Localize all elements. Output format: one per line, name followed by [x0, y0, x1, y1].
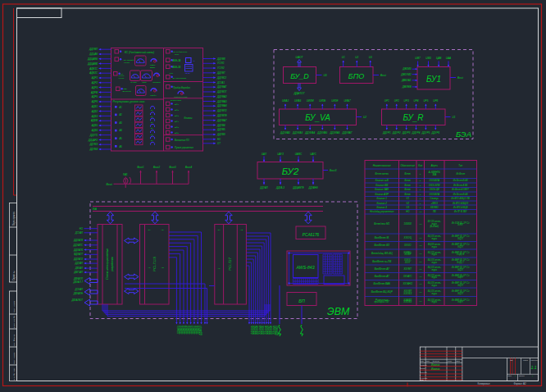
- svg-text:ДДУАЛ10: ДДУАЛ10: [199, 325, 202, 335]
- svg-text:ДДУВМ9: ДДУВМ9: [273, 325, 276, 335]
- svg-text:Вход3: Вход3: [330, 169, 337, 172]
- svg-text:б-: б-: [420, 189, 421, 191]
- svg-text:Из Вент: Из Вент: [456, 172, 466, 175]
- svg-text:9 ЦУГ: 9 ЦУГ: [457, 245, 464, 248]
- svg-text:А1: А1: [119, 106, 123, 109]
- svg-text:ДДУР3: ДДУР3: [402, 131, 411, 134]
- svg-text:А6: А6: [119, 145, 123, 148]
- svg-text:ДВ6УА1: ДВ6УА1: [401, 79, 412, 82]
- svg-text:UР3: UР3: [404, 99, 409, 103]
- svg-text:ДДУВМ4: ДДУВМ4: [259, 325, 262, 335]
- svg-text:ДДЦАМВ: ДДЦАМВ: [87, 62, 98, 66]
- svg-text:слив: слив: [170, 72, 173, 74]
- svg-text:ДВУАЛЮТ: ДВУАЛЮТ: [71, 299, 83, 302]
- svg-text:ХХУАТС: ХХУАТС: [403, 275, 413, 278]
- svg-text:ХГ: ХГ: [418, 283, 422, 285]
- svg-text:ДДУМА2: ДДУМА2: [216, 95, 227, 98]
- svg-text:№ докум.: № докум.: [433, 360, 440, 362]
- svg-text:ДДУМ5: ДДУМ5: [216, 128, 225, 131]
- svg-text:Клапан №В: Клапан №В: [375, 179, 389, 182]
- svg-text:БУ2: БУ2: [282, 166, 299, 176]
- svg-text:UР2: UР2: [394, 99, 399, 103]
- svg-text:UИА7: UИА7: [344, 99, 351, 103]
- svg-text:Клапан АЗР: Клапан АЗР: [375, 193, 389, 196]
- svg-text:ДДУМАТ: ДДУМАТ: [216, 85, 227, 89]
- svg-text:Т.контр.: Т.контр.: [421, 371, 428, 373]
- svg-text:отправка: отправка: [153, 81, 162, 83]
- svg-text:ХГ: ХГ: [418, 211, 422, 213]
- svg-text:Клапан ВВ: Клапан ВВ: [375, 184, 388, 187]
- svg-text:Вент меню: Вент меню: [375, 172, 389, 175]
- svg-text:ХХОЧВЛА: ХХОЧВЛА: [429, 179, 440, 182]
- svg-text:ДВУАЛЛ: ДВУАЛЛ: [73, 277, 83, 280]
- svg-text:АС: АС: [160, 229, 164, 231]
- svg-text:тура: тура: [432, 262, 438, 264]
- svg-text:тура: тура: [432, 293, 438, 295]
- svg-text:ХГ: ХГ: [418, 268, 422, 271]
- svg-text:ЦЕ ОГ: ЦЕ ОГ: [185, 72, 191, 74]
- svg-text:связь: связь: [175, 53, 180, 55]
- svg-text:АДВ6: АДВ6: [91, 129, 98, 132]
- svg-text:Подп. и дата: Подп. и дата: [13, 352, 16, 364]
- svg-text:ДДУАЛ6: ДДУАЛ6: [73, 248, 83, 252]
- svg-text:ДДУМ12: ДДУМ12: [216, 76, 227, 80]
- svg-text:разработок: разработок: [111, 257, 114, 272]
- svg-text:9 ЦУГ: 9 ЦУГ: [457, 300, 464, 303]
- svg-text:Вкл/Вент АУ: Вкл/Вент АУ: [375, 267, 390, 271]
- svg-text:ДДУАЛ: ДДУАЛ: [75, 262, 83, 265]
- svg-text:б-: б-: [420, 180, 421, 182]
- svg-text:АУ: АУ: [148, 267, 151, 269]
- svg-text:ДДУАЛ: ДДУАЛ: [259, 186, 267, 189]
- svg-text:ХХОЧ ЦМ: ХХОЧ ЦМ: [429, 188, 440, 191]
- svg-text:Нго/общ управления: Нго/общ управления: [370, 210, 394, 213]
- svg-text:UИ0Б: UИ0Б: [319, 99, 325, 103]
- svg-text:Короткое буксово: Короткое буксово: [174, 96, 187, 98]
- svg-text:ДДУИА7: ДДУИА7: [342, 131, 353, 134]
- svg-text:ЗХ: ЗХ: [148, 229, 152, 231]
- svg-text:ХХХУЦ: ХХХУЦ: [403, 236, 412, 239]
- svg-text:УСУК1: УСУК1: [217, 62, 225, 65]
- svg-text:приборы ЛЗГ: приборы ЛЗГ: [374, 300, 389, 303]
- svg-text:ДВУАЛ: ДВУАЛ: [75, 267, 83, 270]
- svg-text:Клапан 3: Клапан 3: [376, 206, 387, 209]
- svg-text:Вент: Вент: [405, 184, 412, 187]
- svg-text:ДДУП1: ДДУП1: [89, 134, 98, 137]
- svg-text:АУ: АУ: [216, 267, 220, 270]
- svg-text:Пров.: Пров.: [421, 367, 425, 369]
- svg-text:Вход: Вход: [106, 183, 112, 186]
- svg-text:Из Вент 4 ВВ: Из Вент 4 ВВ: [453, 184, 467, 187]
- svg-text:тура: тура: [432, 253, 438, 256]
- svg-text:ОТ: ОТ: [217, 142, 221, 145]
- svg-text:ВФ6: ВФ6: [175, 132, 180, 134]
- svg-text:Подп. и дата: Подп. и дата: [13, 300, 16, 312]
- svg-text:ХХОЧВЛА: ХХОЧВЛА: [429, 193, 440, 196]
- svg-text:ДДУМ4: ДДУМ4: [216, 124, 225, 127]
- svg-text:ДДУР6: ДДУР6: [430, 131, 439, 134]
- svg-text:U1: U1: [453, 116, 456, 119]
- svg-text:тура: тура: [432, 269, 438, 271]
- svg-text:А3: А3: [119, 121, 123, 125]
- svg-text:порог: порог: [142, 81, 147, 83]
- svg-text:Кнопки: Кнопки: [184, 116, 193, 120]
- svg-text:АДРМ: АДРМ: [90, 91, 98, 94]
- svg-text:А5: А5: [119, 137, 123, 140]
- svg-text:ХГ: ХГ: [418, 291, 422, 294]
- svg-text:PCL711S: PCL711S: [152, 257, 157, 272]
- svg-text:ДДАЛОТ: ДДАЛОТ: [293, 92, 305, 95]
- svg-text:ДДЦАБ: ДДЦАБ: [89, 52, 98, 56]
- svg-text:UАМС: UАМС: [295, 153, 303, 156]
- svg-text:Статус: Статус: [430, 197, 439, 200]
- svg-text:Вент/общ. ВФ-ВЦ: Вент/общ. ВФ-ВЦ: [371, 252, 394, 255]
- svg-text:Из ВТО 4 ВЦВ: Из ВТО 4 ВЦВ: [453, 206, 468, 209]
- svg-text:Справ. №: Справ. №: [12, 271, 16, 280]
- svg-text:Вент: Вент: [405, 193, 412, 196]
- svg-text:Подп.: Подп.: [448, 360, 453, 362]
- svg-text:Вкл/Вент ВАБ: Вкл/Вент ВАБ: [374, 282, 390, 285]
- svg-text:Кол: Кол: [418, 164, 422, 167]
- svg-text:Тип: Тип: [458, 164, 462, 167]
- svg-text:тура: тура: [432, 285, 438, 287]
- svg-text:Формат А2: Формат А2: [513, 382, 526, 385]
- svg-text:тура: тура: [432, 246, 438, 248]
- svg-text:Вкл/Вент ВЦ.ИЦР: Вкл/Вент ВЦ.ИЦР: [371, 290, 393, 294]
- svg-text:ВФ5: ВФ5: [175, 126, 180, 129]
